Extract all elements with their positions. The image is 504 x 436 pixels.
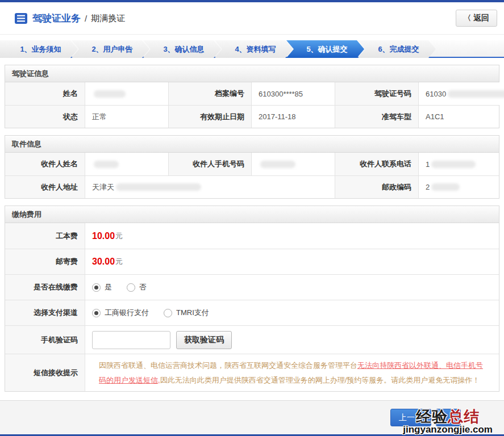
name-label: 姓名 [5, 82, 85, 105]
recipient-name-value [85, 153, 169, 175]
online-pay-label: 是否在线缴费 [5, 274, 85, 300]
postage-fee-unit: 元 [115, 257, 123, 267]
redacted-blur [94, 161, 119, 168]
license-row-2: 状态 正常 有效期止日期 2017-11-18 准驾车型 A1C1 [5, 105, 499, 128]
expiry-date-label: 有效期止日期 [169, 105, 252, 128]
vehicle-type-value: A1C1 [419, 105, 499, 128]
step-wizard: 1、业务须知 2、用户申告 3、确认信息 4、资料填写 5、确认提交 6、完成提… [0, 40, 504, 58]
postage-fee-row: 邮寄费 30.00元 [5, 249, 499, 274]
recipient-mobile-value [252, 153, 335, 175]
recipient-name-label: 收件人姓名 [5, 153, 85, 175]
radio-unselected-icon[interactable] [127, 283, 135, 292]
pay-channel-row: 选择支付渠道 工商银行支付 TMRI支付 [5, 300, 499, 325]
recipient-mobile-label: 收件人手机号码 [169, 153, 252, 175]
sms-notice-label: 短信接收提示 [5, 354, 85, 391]
status-value: 正常 [85, 105, 169, 128]
pickup-row-1: 收件人姓名 收件人手机号码 收件人联系电话 1 [5, 153, 499, 175]
step-1-business-notice[interactable]: 1、业务须知 [0, 40, 78, 58]
sms-code-row: 手机验证码 获取验证码 [5, 325, 499, 354]
online-pay-yes-option[interactable]: 是 [92, 282, 112, 292]
sms-code-label: 手机验证码 [5, 325, 85, 354]
online-pay-options: 是 否 [85, 274, 499, 300]
online-pay-no-label: 否 [139, 282, 147, 292]
main-content: 驾驶证信息 姓名 档案编号 610300****85 驾驶证号码 61030 状… [5, 65, 499, 392]
step-5-confirm-submit-active[interactable]: 5、确认提交 [286, 40, 364, 58]
channel-tmri-label: TMRI支付 [176, 308, 209, 318]
redacted-blur [116, 183, 201, 191]
payment-section-title: 缴纳费用 [5, 206, 499, 223]
sms-notice-text: 因陕西省联通、电信运营商技术问题，陕西省互联网交通安全综合服务管理平台无法向持陕… [85, 354, 499, 391]
file-number-label: 档案编号 [169, 82, 252, 105]
page-title: 期满换证 [91, 13, 125, 24]
file-number-value: 610300****85 [252, 82, 335, 105]
radio-unselected-icon[interactable] [164, 309, 172, 317]
redacted-blur [431, 183, 460, 191]
step-5-label: 5、确认提交 [303, 44, 347, 54]
notice-part-3: 因此无法向此类用户提供陕西省交通管理业务的网上办理/预约等服务。请此类用户避免无… [160, 376, 480, 384]
sms-code-field-wrap: 获取验证码 [85, 325, 499, 354]
recipient-phone-value: 1 [419, 153, 499, 175]
back-button[interactable]: 〈 返回 [456, 10, 497, 27]
vehicle-type-label: 准驾车型 [335, 105, 419, 128]
license-number-label: 驾驶证号码 [335, 82, 419, 105]
step-4-label: 4、资料填写 [231, 44, 276, 54]
postage-fee-value: 30.00元 [85, 249, 499, 274]
back-button-label: 返回 [473, 13, 489, 23]
redacted-blur [94, 90, 126, 98]
channel-icbc-label: 工商银行支付 [105, 308, 149, 318]
production-fee-unit: 元 [115, 231, 123, 241]
postcode-value: 2 [419, 175, 499, 198]
online-pay-yes-label: 是 [105, 282, 112, 292]
expiry-date-value: 2017-11-18 [252, 105, 335, 128]
license-number-value: 61030 [419, 82, 504, 105]
name-value [85, 82, 169, 105]
recipient-phone-label: 收件人联系电话 [335, 153, 419, 175]
postcode-label: 邮政编码 [335, 175, 419, 198]
chevron-left-icon: 〈 [464, 13, 471, 23]
online-pay-row: 是否在线缴费 是 否 [5, 274, 499, 300]
channel-tmri-option[interactable]: TMRI支付 [164, 308, 209, 318]
step-2-user-declaration[interactable]: 2、用户申告 [72, 40, 149, 58]
pickup-info-section: 取件信息 收件人姓名 收件人手机号码 收件人联系电话 1 收件人地址 天津天 邮… [5, 135, 499, 199]
status-label: 状态 [5, 105, 85, 128]
pay-channel-options: 工商银行支付 TMRI支付 [85, 300, 499, 325]
production-fee-value: 10.00元 [85, 223, 499, 249]
pay-channel-label: 选择支付渠道 [5, 300, 85, 325]
postage-fee-amount: 30.00 [92, 257, 115, 267]
license-section-title: 驾驶证信息 [5, 65, 499, 82]
step-3-label: 3、确认信息 [160, 44, 204, 54]
redacted-blur [431, 161, 476, 168]
license-info-section: 驾驶证信息 姓名 档案编号 610300****85 驾驶证号码 61030 状… [5, 65, 499, 128]
get-code-button[interactable]: 获取验证码 [176, 331, 232, 349]
step-6-label: 6、完成提交 [374, 44, 419, 54]
submit-button-covered-by-watermark[interactable] [436, 409, 461, 426]
notice-part-1: 因陕西省联通、电信运营商技术问题，陕西省互联网交通安全综合服务管理平台 [99, 361, 357, 370]
sms-code-input[interactable] [92, 331, 170, 349]
production-fee-amount: 10.00 [92, 231, 115, 241]
postage-fee-label: 邮寄费 [5, 249, 85, 274]
footer-action-bar: 上一步 [0, 400, 504, 434]
pickup-section-title: 取件信息 [5, 136, 499, 153]
previous-step-button[interactable]: 上一步 [390, 409, 431, 426]
breadcrumb-main[interactable]: 驾驶证业务 [32, 12, 81, 25]
breadcrumb-separator: / [85, 14, 87, 23]
step-1-label: 1、业务须知 [16, 44, 61, 54]
pickup-row-2: 收件人地址 天津天 邮政编码 2 [5, 175, 499, 198]
redacted-blur [448, 90, 504, 98]
step-4-fill-data[interactable]: 4、资料填写 [215, 40, 293, 58]
step-3-confirm-info[interactable]: 3、确认信息 [143, 40, 221, 58]
step-6-complete-submit[interactable]: 6、完成提交 [358, 40, 436, 58]
sms-notice-row: 短信接收提示 因陕西省联通、电信运营商技术问题，陕西省互联网交通安全综合服务管理… [5, 354, 499, 391]
page-header: 驾驶证业务 / 期满换证 〈 返回 [0, 2, 504, 35]
radio-selected-icon[interactable] [92, 283, 101, 292]
redacted-blur [260, 161, 295, 168]
recipient-address-label: 收件人地址 [5, 175, 85, 198]
recipient-address-value: 天津天 [85, 175, 335, 198]
list-document-icon [15, 13, 27, 24]
radio-selected-icon[interactable] [92, 309, 101, 317]
breadcrumb: 驾驶证业务 / 期满换证 [15, 12, 125, 25]
online-pay-no-option[interactable]: 否 [127, 282, 147, 292]
channel-icbc-option[interactable]: 工商银行支付 [92, 308, 149, 318]
step-2-label: 2、用户申告 [88, 44, 132, 54]
production-fee-label: 工本费 [5, 223, 85, 249]
